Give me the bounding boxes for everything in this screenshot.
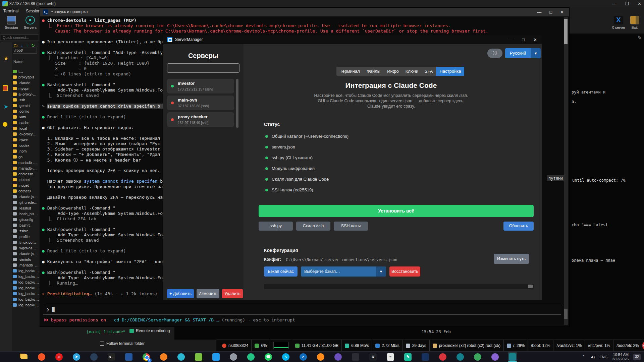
update-button[interactable]: Обновить	[503, 222, 534, 231]
opera-icon[interactable]: O	[54, 352, 64, 362]
mobaxterm-titlebar[interactable]: 37.187.136.86 ([root ovh]) — ❐ ✕	[0, 0, 644, 7]
server-item-investor[interactable]: investor173.212.212.157 [ssh]	[167, 79, 234, 94]
vscode-icon[interactable]	[211, 352, 221, 362]
terminal-scrollbar[interactable]	[564, 17, 568, 325]
photos-icon[interactable]	[124, 352, 133, 362]
shield-icon[interactable]	[3, 85, 8, 91]
upload-icon[interactable]: ↑	[26, 43, 29, 48]
quick-button-2[interactable]: Скилл /ssh	[296, 222, 330, 231]
taskbar-clock[interactable]: 10:54 AM 2/23/2026	[612, 353, 629, 361]
quick-button-3[interactable]: SSH-ключ	[334, 222, 368, 231]
scrollbar-thumb[interactable]	[564, 19, 568, 44]
tray-close-icon[interactable]: ✕	[642, 342, 644, 349]
terminal-prompt[interactable]: ❯ █	[43, 305, 561, 315]
maximize-icon[interactable]: □	[522, 37, 525, 42]
toolbar-servers-button[interactable]: Servers	[21, 16, 40, 29]
remote-monitoring-checkbox[interactable]: Remote monitoring	[129, 328, 170, 333]
edge-icon[interactable]	[176, 352, 186, 362]
firefox-icon[interactable]	[159, 352, 168, 362]
telegram-icon[interactable]: ➤	[72, 352, 81, 362]
app-red-icon[interactable]	[438, 352, 447, 362]
maximize-icon[interactable]: ❐	[625, 1, 629, 6]
terminal-icon[interactable]: >_	[107, 352, 116, 362]
edit-server-button[interactable]: Изменить	[197, 289, 219, 298]
terminal-titlebar[interactable]: >_ • запуск и проверка — □ ✕	[40, 8, 569, 16]
rider-icon[interactable]: R	[368, 352, 378, 362]
firefox2-icon[interactable]	[316, 352, 325, 362]
scrollbar-thumb-bottom[interactable]	[564, 309, 568, 319]
app-teal-icon[interactable]	[455, 352, 465, 362]
restore-button[interactable]: Восстановить	[389, 266, 420, 277]
info-button[interactable]: ⓘ	[487, 49, 502, 58]
follow-terminal-folder-checkbox[interactable]: Follow terminal folder	[100, 341, 145, 346]
folder-up-icon[interactable]: 🗀	[13, 43, 18, 48]
add-server-button[interactable]: + Добавить	[167, 289, 194, 298]
steam-icon[interactable]	[89, 352, 99, 362]
app-violet-icon[interactable]	[490, 352, 500, 362]
app-green-icon[interactable]	[473, 352, 482, 362]
language-select[interactable]: Русский ▼	[505, 48, 541, 58]
close-icon[interactable]: ✕	[560, 10, 564, 15]
tab-инфо[interactable]: Инфо	[384, 67, 402, 76]
scrollbar-thumb[interactable]	[528, 285, 533, 288]
app-mint-icon[interactable]	[246, 352, 256, 362]
download-icon[interactable]: ↓	[21, 43, 23, 48]
close-icon[interactable]: ✕	[533, 37, 537, 42]
toolbar-session-button[interactable]: Session	[2, 16, 21, 29]
minimize-icon[interactable]: —	[509, 37, 513, 42]
tab-файлы[interactable]: Файлы	[363, 67, 384, 76]
keyboard-language[interactable]: ENG	[599, 355, 607, 359]
tab-2fa[interactable]: 2FA	[422, 67, 436, 76]
toolbar-exit-button[interactable]: Exit	[625, 16, 644, 29]
minimize-icon[interactable]: —	[537, 10, 541, 15]
file-name: .cache	[18, 121, 29, 125]
app-purple-icon[interactable]	[333, 352, 343, 362]
send-icon[interactable]: ➤	[3, 103, 9, 110]
minimize-icon[interactable]: —	[612, 1, 616, 6]
app-blue-icon[interactable]: e	[299, 352, 308, 362]
volume-icon[interactable]: ◄)	[590, 355, 595, 359]
install-all-button[interactable]: Установить всё	[259, 205, 534, 217]
backup-now-button[interactable]: Бэкап сейчас	[264, 266, 298, 277]
ball-icon[interactable]	[3, 122, 7, 127]
maximize-icon[interactable]: □	[549, 10, 552, 15]
chrome-icon[interactable]: 2	[142, 352, 151, 362]
quick-button-1[interactable]: ssh.py	[259, 222, 293, 231]
path-field[interactable]: /root/	[13, 48, 37, 54]
tray-chevron-icon[interactable]: ⌃	[582, 355, 585, 359]
notification-badge[interactable]: 32	[633, 354, 641, 360]
refresh-icon[interactable]: ↻	[31, 43, 35, 48]
tab-настройка[interactable]: Настройка	[436, 67, 464, 76]
servermanager-titlebar[interactable]: ServerManager — □ ✕	[163, 35, 542, 44]
tray-segment-text: 11.41 GB / 31.00 GB	[302, 343, 339, 348]
server-search-input[interactable]	[167, 63, 239, 73]
favorites-star-icon[interactable]: ★	[3, 55, 9, 62]
app-navy-icon[interactable]	[421, 352, 430, 362]
status-item-label: Модуль шифрования	[272, 166, 315, 171]
menu-item-terminal[interactable]: Terminal	[3, 9, 18, 13]
start-button[interactable]	[2, 352, 11, 362]
tab-ключи[interactable]: Ключи	[402, 67, 422, 76]
close-icon[interactable]: ✕	[638, 1, 641, 6]
skype-icon[interactable]: S	[281, 352, 290, 362]
file-explorer-icon[interactable]	[19, 352, 29, 362]
server-list-scrollbar[interactable]	[236, 79, 238, 128]
server-item-main-ovh[interactable]: main-ovh37.187.136.86 [ssh]	[167, 96, 234, 110]
delete-server-button[interactable]: Удалить	[222, 289, 243, 298]
edit-pencil-icon[interactable]: ✎	[638, 35, 642, 41]
obs-icon[interactable]	[351, 352, 360, 362]
notepadpp-icon[interactable]	[194, 352, 203, 362]
quick-connect-input[interactable]	[1, 34, 38, 41]
servermanager-taskbar-icon[interactable]	[508, 352, 517, 362]
change-path-button[interactable]: Изменить путь	[494, 254, 529, 264]
app-grey-icon[interactable]	[229, 352, 238, 362]
whatsapp-icon[interactable]: ☎	[264, 352, 273, 362]
server-item-proxy-checker[interactable]: proxy-checker161.97.118.40 [ssh]	[167, 112, 234, 127]
quick-view-icon[interactable]: ≡	[386, 352, 395, 362]
paint-icon[interactable]: ✎	[403, 352, 413, 362]
file-column-header[interactable]: Name	[13, 60, 23, 64]
tab-терминал[interactable]: Терминал	[336, 67, 363, 76]
horizontal-scrollbar[interactable]	[264, 284, 534, 289]
brave-icon[interactable]	[37, 352, 46, 362]
backup-select[interactable]: Выберите бэкап… ▼	[301, 266, 386, 277]
